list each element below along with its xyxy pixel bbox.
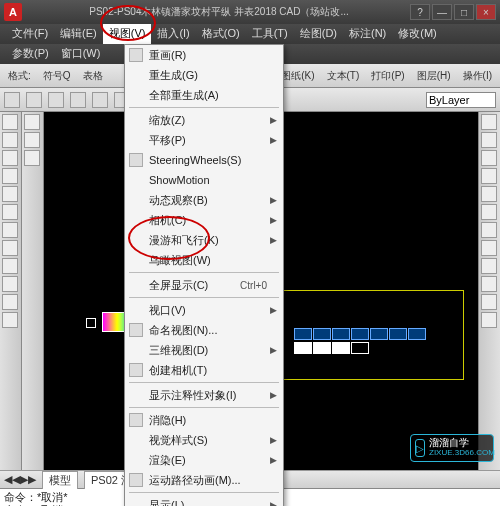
menu-item-25[interactable]: 运动路径动画(M)... [125, 470, 283, 490]
menu-item-20[interactable]: 显示注释性对象(I)▶ [125, 385, 283, 405]
menu-item-label: 视觉样式(S) [149, 433, 208, 448]
menu-item-27[interactable]: 显示(L)▶ [125, 495, 283, 506]
move-icon[interactable] [481, 204, 497, 220]
menu-item-7[interactable]: ShowMotion [125, 170, 283, 190]
ellipse-icon[interactable] [2, 204, 18, 220]
menu-item-4[interactable]: 缩放(Z)▶ [125, 110, 283, 130]
fillet-icon[interactable] [481, 294, 497, 310]
menu-item-22[interactable]: 消隐(H) [125, 410, 283, 430]
menu-item-11[interactable]: 鸟瞰视图(W) [125, 250, 283, 270]
tab-model[interactable]: 模型 [42, 471, 78, 489]
rotate-icon[interactable] [481, 222, 497, 238]
menu-item-label: 重生成(G) [149, 68, 198, 83]
tab-nav-arrows[interactable]: ◀◀▶▶ [4, 473, 36, 486]
offset-icon[interactable] [481, 168, 497, 184]
tb-table[interactable]: 表格 [79, 67, 107, 85]
polyline-icon[interactable] [2, 132, 18, 148]
menu-param[interactable]: 参数(P) [6, 44, 55, 64]
tb-symbol[interactable]: 符号Q [39, 67, 75, 85]
open-icon[interactable] [26, 92, 42, 108]
canvas-blocks-row1 [294, 328, 426, 340]
watermark-url: ZIXUE.3D66.COM [429, 448, 495, 458]
explode-icon[interactable] [481, 312, 497, 328]
menu-dimension[interactable]: 标注(N) [343, 24, 392, 44]
tool-a-icon[interactable] [24, 114, 40, 130]
menu-modify[interactable]: 修改(M) [392, 24, 443, 44]
menu-item-label: 视口(V) [149, 303, 186, 318]
modify-toolbar [478, 112, 500, 470]
new-icon[interactable] [4, 92, 20, 108]
mirror-icon[interactable] [481, 150, 497, 166]
menu-format[interactable]: 格式(O) [196, 24, 246, 44]
point-icon[interactable] [2, 240, 18, 256]
arc-icon[interactable] [2, 168, 18, 184]
menu-item-label: 平移(P) [149, 133, 186, 148]
extend-icon[interactable] [481, 276, 497, 292]
menu-item-9[interactable]: 相机(C)▶ [125, 210, 283, 230]
trim-icon[interactable] [481, 258, 497, 274]
menu-item-5[interactable]: 平移(P)▶ [125, 130, 283, 150]
close-button[interactable]: × [476, 4, 496, 20]
region-icon[interactable] [2, 312, 18, 328]
scale-icon[interactable] [481, 240, 497, 256]
color-combo[interactable]: ByLayer [426, 92, 496, 108]
menu-item-24[interactable]: 渲染(E)▶ [125, 450, 283, 470]
draw-toolbar-2 [22, 112, 44, 470]
circle-icon[interactable] [2, 150, 18, 166]
menu-item-17[interactable]: 三维视图(D)▶ [125, 340, 283, 360]
tb-format[interactable]: 格式: [4, 67, 35, 85]
menu-item-6[interactable]: SteeringWheels(S) [125, 150, 283, 170]
menu-item-label: 鸟瞰视图(W) [149, 253, 211, 268]
text-icon[interactable] [2, 258, 18, 274]
menu-item-16[interactable]: 命名视图(N)... [125, 320, 283, 340]
tb-ops[interactable]: 操作(I) [459, 67, 496, 85]
line-icon[interactable] [2, 114, 18, 130]
menu-item-2[interactable]: 全部重生成(A) [125, 85, 283, 105]
tb-layer[interactable]: 图层(H) [413, 67, 455, 85]
erase-icon[interactable] [481, 114, 497, 130]
maximize-button[interactable]: □ [454, 4, 474, 20]
menu-item-label: 漫游和飞行(K) [149, 233, 219, 248]
table-icon[interactable] [2, 294, 18, 310]
menu-item-13[interactable]: 全屏显示(C)Ctrl+0 [125, 275, 283, 295]
color-combo-label: ByLayer [429, 94, 469, 106]
block-icon[interactable] [2, 276, 18, 292]
menu-icon [129, 413, 143, 427]
menu-item-18[interactable]: 创建相机(T) [125, 360, 283, 380]
menu-item-label: ShowMotion [149, 174, 210, 186]
submenu-arrow-icon: ▶ [270, 135, 277, 145]
tb-print[interactable]: 打印(P) [367, 67, 408, 85]
rect-icon[interactable] [2, 186, 18, 202]
menu-item-8[interactable]: 动态观察(B)▶ [125, 190, 283, 210]
menu-edit[interactable]: 编辑(E) [54, 24, 103, 44]
menu-window[interactable]: 窗口(W) [55, 44, 107, 64]
copy2-icon[interactable] [481, 132, 497, 148]
menu-item-label: 显示注释性对象(I) [149, 388, 236, 403]
menu-item-10[interactable]: 漫游和飞行(K)▶ [125, 230, 283, 250]
menu-draw[interactable]: 绘图(D) [294, 24, 343, 44]
menu-item-15[interactable]: 视口(V)▶ [125, 300, 283, 320]
tool-c-icon[interactable] [24, 150, 40, 166]
tb-text[interactable]: 文本(T) [323, 67, 364, 85]
canvas-blocks-row2 [294, 342, 369, 354]
print-icon[interactable] [70, 92, 86, 108]
menu-item-0[interactable]: 重画(R) [125, 45, 283, 65]
menu-item-label: 重画(R) [149, 48, 186, 63]
tool-b-icon[interactable] [24, 132, 40, 148]
menu-file[interactable]: 文件(F) [6, 24, 54, 44]
submenu-arrow-icon: ▶ [270, 235, 277, 245]
submenu-arrow-icon: ▶ [270, 345, 277, 355]
hatch-icon[interactable] [2, 222, 18, 238]
menu-item-label: 渲染(E) [149, 453, 186, 468]
minimize-button[interactable]: — [432, 4, 452, 20]
menu-item-label: 命名视图(N)... [149, 323, 217, 338]
help-button[interactable]: ? [410, 4, 430, 20]
menu-insert[interactable]: 描入(I) [151, 24, 195, 44]
menu-item-23[interactable]: 视觉样式(S)▶ [125, 430, 283, 450]
save-icon[interactable] [48, 92, 64, 108]
menu-item-1[interactable]: 重生成(G) [125, 65, 283, 85]
menu-tools[interactable]: 工具(T) [246, 24, 294, 44]
cut-icon[interactable] [92, 92, 108, 108]
menu-view[interactable]: 视图(V) [103, 24, 152, 44]
array-icon[interactable] [481, 186, 497, 202]
